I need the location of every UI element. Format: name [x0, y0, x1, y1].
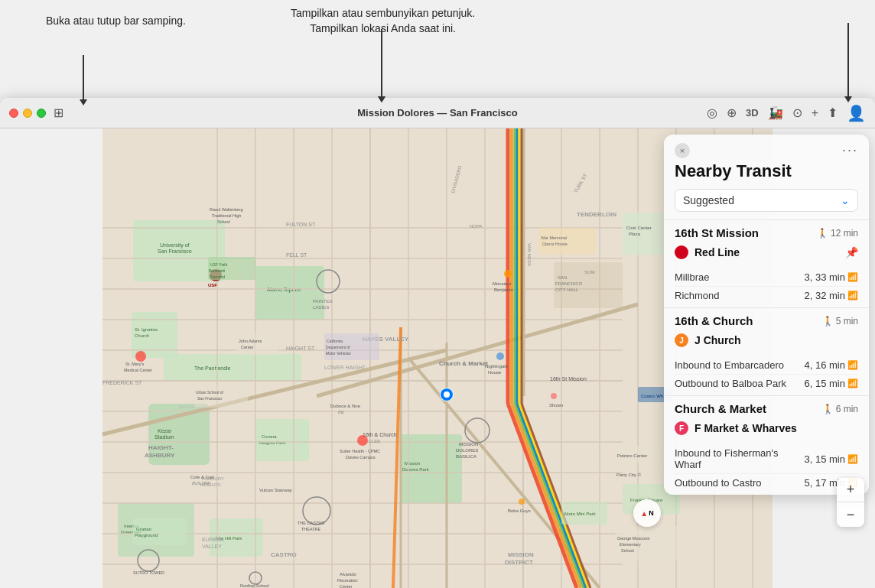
svg-text:Monsieur: Monsieur [493, 281, 512, 286]
svg-text:16th St Mission: 16th St Mission [550, 376, 587, 382]
svg-text:Kezar: Kezar [158, 428, 172, 434]
minimize-button[interactable] [23, 109, 32, 118]
realtime-icon-2-1: 📶 [847, 360, 858, 370]
svg-text:EUREKA: EUREKA [202, 537, 224, 542]
svg-text:Nightingale: Nightingale [485, 364, 509, 369]
svg-text:USF Field: USF Field [210, 262, 227, 267]
svg-text:Raoul Wallenberg: Raoul Wallenberg [210, 207, 243, 212]
svg-text:Motor Vehicles: Motor Vehicles [326, 351, 351, 356]
svg-text:ASHBURY: ASHBURY [145, 452, 175, 459]
titlebar: ⊞ Mission Dolores — San Francisco ◎ ⊕ 3D… [0, 98, 875, 128]
route-dest-1-1: Millbrae [675, 271, 799, 283]
svg-rect-164 [133, 518, 187, 545]
filter-dropdown[interactable]: Suggested ⌄ [675, 189, 858, 212]
transit-line-2: J J Church [675, 333, 858, 352]
share-button[interactable]: ⬆ [828, 106, 838, 120]
svg-rect-7 [255, 266, 324, 320]
transit-line-3: F F Market & Wharves [675, 421, 858, 440]
svg-text:CASTRO: CASTRO [271, 551, 297, 558]
svg-text:Mission: Mission [405, 461, 420, 466]
route-time-3-1: 3, 15 min 📶 [805, 453, 858, 465]
svg-text:Sutter Health - CPMC: Sutter Health - CPMC [340, 449, 380, 453]
map-container[interactable]: University of San Francisco St. Ignatius… [0, 128, 875, 588]
walk-icon-3: 🚶 [822, 404, 834, 414]
close-button[interactable] [9, 109, 18, 118]
route-row-3-2: Outbound to Castro 5, 17 min 📶 [675, 474, 858, 492]
svg-text:Playground: Playground [135, 533, 158, 538]
svg-rect-128 [236, 333, 278, 355]
svg-text:Cole & Carl: Cole & Carl [190, 475, 214, 479]
maximize-button[interactable] [37, 109, 46, 118]
layers-icon[interactable]: ⊕ [727, 106, 737, 120]
search-icon[interactable]: ⊙ [792, 106, 802, 120]
location-icon[interactable]: ◎ [707, 106, 717, 120]
svg-text:FULTON ST: FULTON ST [286, 222, 316, 227]
svg-point-125 [135, 351, 146, 362]
line-dot-orange: J [675, 333, 688, 347]
station-name-2: 16th & Church [675, 314, 753, 327]
transit-icon[interactable]: 🚂 [768, 106, 783, 120]
avatar-icon[interactable]: 👤 [847, 104, 866, 122]
svg-text:MISSION: MISSION [508, 551, 534, 558]
svg-text:Vulcan Stairway: Vulcan Stairway [259, 488, 292, 492]
svg-text:John Adams: John Adams [239, 339, 262, 343]
svg-text:Party City ©: Party City © [616, 473, 642, 477]
route-row-3-1: Inbound to Fisherman's Wharf 3, 15 min 📶 [675, 444, 858, 474]
svg-text:Medical Center: Medical Center [124, 368, 152, 372]
transit-line-1: Red Line 📌 [675, 245, 858, 264]
route-row-2-2: Outbound to Balboa Park 6, 15 min 📶 [675, 375, 858, 392]
section-header-2: 16th & Church 🚶 5 min [675, 314, 858, 327]
svg-text:NOPA: NOPA [470, 224, 483, 229]
app-window: ⊞ Mission Dolores — San Francisco ◎ ⊕ 3D… [0, 98, 875, 588]
route-dest-2-2: Outbound to Balboa Park [675, 378, 799, 389]
svg-text:Alvarado: Alvarado [340, 572, 356, 577]
svg-text:DISTRICT: DISTRICT [505, 559, 533, 566]
svg-point-181 [444, 391, 450, 398]
panel-more-button[interactable]: ··· [842, 142, 858, 158]
svg-text:Center: Center [340, 584, 353, 588]
arrow-left-indicator [83, 55, 84, 101]
route-row-1-2: Richmond 2, 32 min 📶 [675, 287, 858, 304]
route-dest-1-2: Richmond [675, 290, 799, 301]
svg-text:SOM: SOM [584, 270, 595, 275]
svg-text:FREDERICK ST: FREDERICK ST [102, 380, 142, 385]
svg-text:Opera House: Opera House [542, 242, 568, 246]
svg-text:Benedetti: Benedetti [209, 268, 225, 273]
svg-point-108 [551, 393, 557, 399]
line-dot-red [675, 245, 688, 259]
line-name-3: F Market & Wharves [694, 422, 858, 434]
svg-text:St. Ignatius: St. Ignatius [135, 327, 158, 332]
svg-text:FRANCISCO: FRANCISCO [555, 281, 583, 286]
station-section-1: 16th St Mission 🚶 12 min Red Line 📌 Mill… [664, 219, 869, 307]
svg-text:War Memorial: War Memorial [541, 236, 567, 240]
section-header-1: 16th St Mission 🚶 12 min [675, 226, 858, 239]
route-dest-3-1: Inbound to Fisherman's Wharf [675, 447, 799, 470]
three-d-button[interactable]: 3D [746, 107, 759, 119]
walk-time-3: 🚶 6 min [822, 404, 858, 414]
svg-text:HAIGHT-: HAIGHT- [148, 444, 174, 451]
svg-text:Alamo Square: Alamo Square [267, 287, 301, 293]
route-time-2-1: 4, 16 min 📶 [805, 359, 858, 371]
svg-text:(J,22): (J,22) [369, 439, 380, 443]
sidebar-toggle-button[interactable]: ⊞ [54, 106, 63, 120]
svg-text:Heights Park: Heights Park [259, 440, 286, 445]
svg-text:Recreation: Recreation [337, 578, 358, 583]
zoom-out-button[interactable]: − [837, 502, 864, 527]
realtime-icon-3-1: 📶 [847, 454, 858, 464]
svg-text:California: California [327, 339, 343, 343]
svg-text:St. Mary's: St. Mary's [125, 362, 145, 366]
compass-label: N [649, 509, 654, 517]
annotation-left: Buka atau tutup bar samping. [46, 14, 186, 29]
svg-text:CITY HALL: CITY HALL [555, 288, 579, 292]
zoom-in-button[interactable]: + [837, 478, 864, 502]
svg-text:Urban School of: Urban School of [196, 390, 223, 395]
panel-close-button[interactable]: × [675, 143, 690, 158]
station-name-1: 16th St Mission [675, 226, 759, 239]
compass[interactable]: ▲ N [633, 499, 661, 527]
svg-text:Corona: Corona [262, 434, 277, 439]
walk-icon-2: 🚶 [822, 316, 834, 326]
panel-title: Nearby Transit [664, 161, 869, 189]
add-button[interactable]: + [812, 106, 818, 120]
window-title: Mission Dolores — San Francisco [357, 107, 518, 119]
svg-text:VAN NESS: VAN NESS [527, 243, 532, 266]
